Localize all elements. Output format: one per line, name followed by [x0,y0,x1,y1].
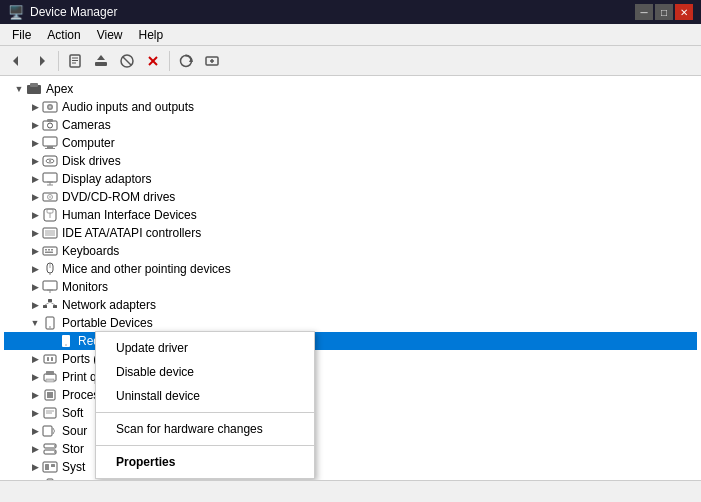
root-label: Apex [46,82,73,96]
tree-item-computer[interactable]: ▶ Computer [4,134,697,152]
cameras-expand-icon: ▶ [28,118,42,132]
uninstall-button[interactable] [141,49,165,73]
computer-expand-icon: ▶ [28,136,42,150]
svg-marker-7 [97,55,105,60]
syst-expand-icon: ▶ [28,460,42,474]
network-label: Network adapters [62,298,156,312]
stor-label: Stor [62,442,84,456]
svg-rect-72 [47,392,53,398]
svg-rect-27 [45,148,55,149]
svg-rect-48 [51,249,53,251]
context-update-driver[interactable]: Update driver [96,336,314,360]
svg-rect-26 [47,146,53,148]
svg-rect-22 [43,121,57,130]
menu-action[interactable]: Action [39,26,88,44]
svg-rect-69 [46,371,54,375]
properties-button[interactable] [63,49,87,73]
tree-item-display[interactable]: ▶ Display adaptors [4,170,697,188]
hid-label: Human Interface Devices [62,208,197,222]
tree-item-dvd[interactable]: ▶ DVD/CD-ROM drives [4,188,697,206]
proc-icon [42,387,58,403]
cameras-label: Cameras [62,118,111,132]
context-properties[interactable]: Properties [96,450,314,474]
menu-help[interactable]: Help [131,26,172,44]
svg-line-9 [123,57,131,65]
print-icon [42,369,58,385]
maximize-button[interactable]: □ [655,4,673,20]
update-driver-button[interactable] [89,49,113,73]
tree-root[interactable]: ▼ Apex [4,80,697,98]
tree-item-disk[interactable]: ▶ Disk drives [4,152,697,170]
scan-button[interactable] [174,49,198,73]
tree-item-cameras[interactable]: ▶ Cameras [4,116,697,134]
context-menu: Update driver Disable device Uninstall d… [95,331,315,479]
sound-icon [42,423,58,439]
root-icon [26,81,42,97]
ide-label: IDE ATA/ATAPI controllers [62,226,201,240]
mice-label: Mice and other pointing devices [62,262,231,276]
svg-rect-6 [95,62,107,66]
context-scan-hardware[interactable]: Scan for hardware changes [96,417,314,441]
svg-point-30 [49,160,51,162]
title-bar: 🖥️ Device Manager ─ □ ✕ [0,0,701,24]
status-bar [0,480,701,502]
hid-icon [42,207,58,223]
context-uninstall-device[interactable]: Uninstall device [96,384,314,408]
print-expand-icon: ▶ [28,370,42,384]
svg-rect-76 [43,426,52,436]
monitors-expand-icon: ▶ [28,280,42,294]
tree-item-ide[interactable]: ▶ IDE ATA/ATAPI controllers [4,224,697,242]
svg-rect-53 [43,281,57,290]
tree-panel[interactable]: ▼ Apex ▶ Audio inputs and outputs ▶ Came… [0,76,701,480]
menu-view[interactable]: View [89,26,131,44]
tree-item-hid[interactable]: ▶ Human Interface Devices [4,206,697,224]
tree-item-network[interactable]: ▶ Network adapters [4,296,697,314]
tree-item-monitors[interactable]: ▶ Monitors [4,278,697,296]
ports-icon [42,351,58,367]
close-button[interactable]: ✕ [675,4,693,20]
svg-line-59 [45,302,50,305]
dvd-expand-icon: ▶ [28,190,42,204]
svg-point-21 [49,106,52,109]
svg-point-79 [54,445,56,447]
forward-button[interactable] [30,49,54,73]
context-sep-1 [96,412,314,413]
context-sep-2 [96,445,314,446]
svg-marker-1 [40,56,45,66]
redmi-expand-icon [44,334,58,348]
add-hardware-button[interactable] [200,49,224,73]
toolbar-sep-2 [169,51,170,71]
svg-rect-56 [48,299,52,302]
tree-item-audio[interactable]: ▶ Audio inputs and outputs [4,98,697,116]
svg-rect-82 [45,464,49,470]
audio-expand-icon: ▶ [28,100,42,114]
display-icon [42,171,58,187]
keyboard-icon [42,243,58,259]
back-button[interactable] [4,49,28,73]
disable-button[interactable] [115,49,139,73]
svg-rect-67 [51,357,53,361]
context-disable-device[interactable]: Disable device [96,360,314,384]
menu-bar: File Action View Help [0,24,701,46]
minimize-button[interactable]: ─ [635,4,653,20]
svg-rect-39 [47,209,53,213]
stor-icon [42,441,58,457]
tree-item-mice[interactable]: ▶ Mice and other pointing devices [4,260,697,278]
tree-item-portable[interactable]: ▼ Portable Devices [4,314,697,332]
dvd-icon [42,189,58,205]
soft-expand-icon: ▶ [28,406,42,420]
svg-rect-49 [45,252,53,254]
menu-file[interactable]: File [4,26,39,44]
soft-icon [42,405,58,421]
usb-icon [42,477,58,480]
svg-point-37 [49,196,51,198]
network-icon [42,297,58,313]
svg-line-60 [50,302,55,305]
redmi-icon [58,333,74,349]
svg-rect-84 [47,479,53,480]
root-expand-icon: ▼ [12,82,26,96]
toolbar-sep-1 [58,51,59,71]
computer-label: Computer [62,136,115,150]
svg-rect-25 [43,137,57,146]
tree-item-keyboards[interactable]: ▶ Keyboards [4,242,697,260]
